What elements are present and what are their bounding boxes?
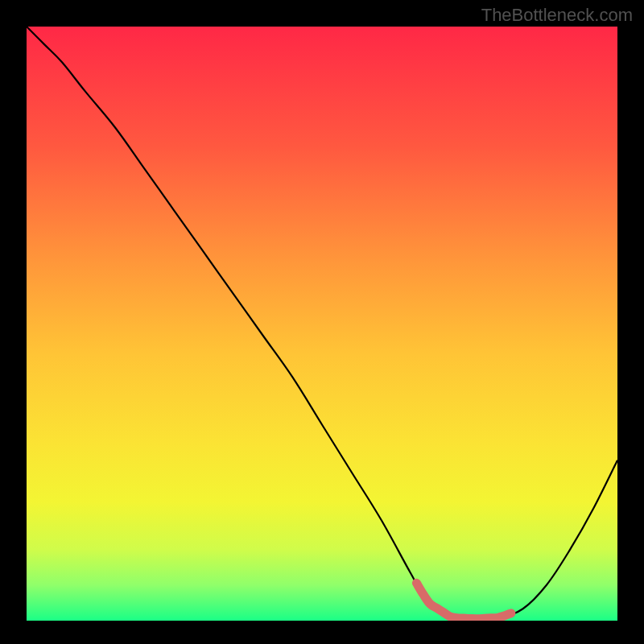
chart-background (27, 27, 617, 621)
watermark-text: TheBottleneck.com (481, 5, 633, 26)
chart-svg (27, 27, 617, 621)
chart-plot-area (27, 27, 617, 621)
